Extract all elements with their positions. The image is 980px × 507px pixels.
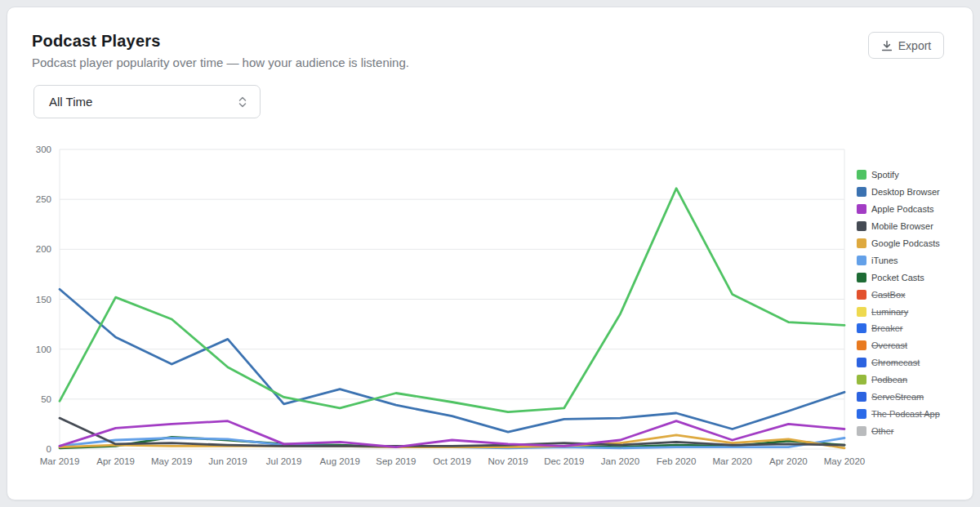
- legend-label: Chromecast: [871, 358, 920, 367]
- legend-swatch: [857, 290, 866, 300]
- legend-swatch: [857, 238, 866, 248]
- x-axis-tick: Mar 2019: [40, 456, 80, 466]
- x-axis-tick: May 2019: [151, 456, 193, 466]
- y-axis-tick: 0: [47, 444, 51, 454]
- line-chart[interactable]: 050100150200250300Mar 2019Apr 2019May 20…: [25, 140, 980, 483]
- x-axis-tick: Jan 2020: [601, 456, 639, 466]
- series-line-spotify: [60, 189, 844, 412]
- x-axis-tick: May 2020: [824, 456, 866, 466]
- page-title: Podcast Players: [32, 32, 161, 51]
- legend-label: Podbean: [871, 375, 907, 385]
- legend-item-desktop-browser[interactable]: Desktop Browser: [857, 184, 971, 201]
- y-axis-tick: 200: [36, 244, 51, 254]
- legend-swatch: [857, 187, 866, 197]
- legend-swatch: [857, 409, 866, 419]
- x-axis-tick: Oct 2019: [433, 456, 471, 466]
- legend-item-castbox[interactable]: CastBox: [857, 286, 971, 303]
- legend-label: Spotify: [871, 170, 899, 180]
- x-axis-tick: Jun 2019: [208, 456, 247, 466]
- y-axis-tick: 300: [36, 145, 51, 154]
- export-button[interactable]: Export: [868, 32, 944, 59]
- time-range-value: All Time: [34, 95, 237, 109]
- legend-item-apple-podcasts[interactable]: Apple Podcasts: [857, 201, 971, 218]
- legend-item-breaker[interactable]: Breaker: [857, 320, 971, 337]
- x-axis-tick: Jul 2019: [266, 456, 301, 466]
- legend-item-itunes[interactable]: iTunes: [857, 251, 971, 269]
- podcast-players-card: Podcast Players Podcast player popularit…: [7, 7, 973, 500]
- legend-label: Overcast: [871, 340, 907, 350]
- legend-swatch: [857, 170, 866, 180]
- legend-item-pocket-casts[interactable]: Pocket Casts: [857, 269, 971, 286]
- legend-label: Mobile Browser: [871, 221, 933, 231]
- legend-label: CastBox: [871, 290, 906, 300]
- series-line-desktop-browser: [60, 289, 844, 432]
- legend-label: iTunes: [871, 256, 898, 265]
- legend-swatch: [857, 426, 866, 436]
- y-axis-tick: 250: [36, 194, 51, 204]
- legend-label: Other: [871, 426, 894, 436]
- legend-label: Google Podcasts: [871, 238, 940, 248]
- legend-item-overcast[interactable]: Overcast: [857, 337, 971, 354]
- legend-label: Breaker: [871, 323, 903, 333]
- chevron-updown-icon: [237, 96, 248, 109]
- legend-label: Desktop Browser: [871, 187, 940, 197]
- legend-swatch: [857, 221, 866, 231]
- x-axis-tick: Nov 2019: [488, 456, 528, 466]
- legend-item-podbean[interactable]: Podbean: [857, 371, 971, 389]
- x-axis-tick: Feb 2020: [657, 456, 697, 466]
- legend-label: The Podcast App: [871, 409, 940, 419]
- legend-item-google-podcasts[interactable]: Google Podcasts: [857, 235, 971, 252]
- x-axis-tick: Apr 2019: [96, 456, 135, 466]
- x-axis-tick: Dec 2019: [544, 456, 584, 466]
- legend-swatch: [857, 204, 866, 214]
- time-range-select[interactable]: All Time: [33, 85, 261, 118]
- legend-item-chromecast[interactable]: Chromecast: [857, 354, 971, 371]
- download-icon: [881, 40, 893, 51]
- y-axis-tick: 100: [36, 345, 51, 354]
- legend-item-servestream[interactable]: ServeStream: [857, 389, 971, 406]
- legend-item-luminary[interactable]: Luminary: [857, 303, 971, 320]
- y-axis-tick: 50: [41, 394, 51, 404]
- legend-label: Apple Podcasts: [871, 204, 933, 214]
- legend-swatch: [857, 340, 866, 350]
- legend-swatch: [857, 307, 866, 317]
- legend-label: ServeStream: [871, 392, 924, 402]
- legend-label: Pocket Casts: [871, 273, 924, 282]
- legend-item-spotify[interactable]: Spotify: [857, 167, 971, 184]
- legend-swatch: [857, 323, 866, 333]
- x-axis-tick: Sep 2019: [376, 456, 416, 466]
- legend-swatch: [857, 358, 866, 367]
- legend-swatch: [857, 392, 866, 402]
- legend-item-the-podcast-app[interactable]: The Podcast App: [857, 405, 971, 422]
- legend-swatch: [857, 256, 866, 265]
- export-button-label: Export: [898, 39, 931, 52]
- x-axis-tick: Apr 2020: [769, 456, 808, 466]
- x-axis-tick: Mar 2020: [712, 456, 752, 466]
- y-axis-tick: 150: [36, 295, 51, 305]
- chart-legend: SpotifyDesktop BrowserApple PodcastsMobi…: [857, 167, 971, 439]
- legend-label: Luminary: [871, 307, 908, 317]
- x-axis-tick: Aug 2019: [320, 456, 360, 466]
- page-subtitle: Podcast player popularity over time — ho…: [32, 56, 409, 69]
- legend-swatch: [857, 375, 866, 385]
- legend-swatch: [857, 273, 866, 282]
- legend-item-mobile-browser[interactable]: Mobile Browser: [857, 218, 971, 235]
- legend-item-other[interactable]: Other: [857, 422, 971, 439]
